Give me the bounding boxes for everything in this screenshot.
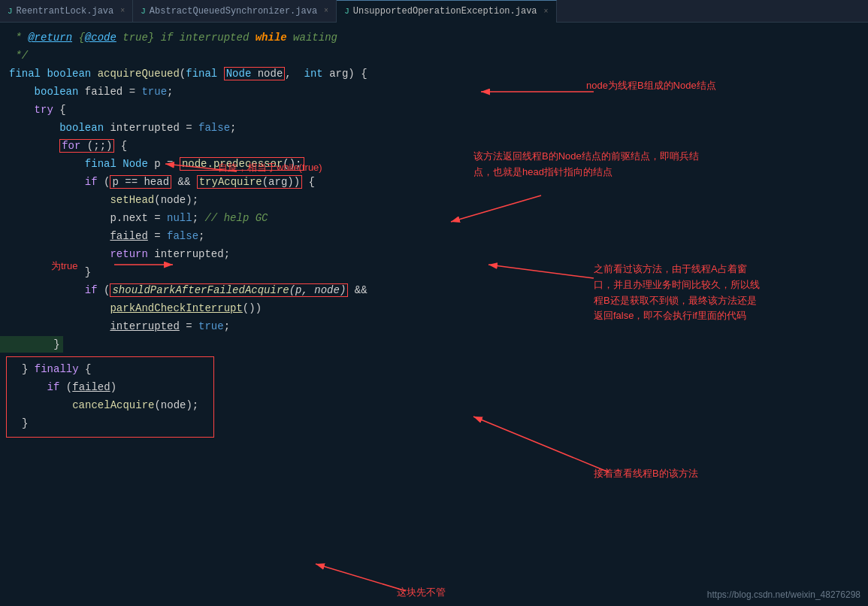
code-area: * @return {@code true} if interrupted wh… [0, 23, 868, 606]
tab-bar[interactable]: J ReentrantLock.java × J AbstractQueuedS… [0, 0, 868, 23]
code-line-20: if (failed) [13, 378, 207, 396]
code-line-2: */ [0, 47, 868, 65]
method-annotation: 该方法返回线程B的Node结点的前驱结点，即哨兵结 点，也就是head指针指向的… [473, 149, 699, 180]
code-line-18: } [0, 335, 868, 353]
finally-annotation: 这块先不管 [397, 585, 446, 600]
ide-window: J ReentrantLock.java × J AbstractQueuedS… [0, 0, 868, 606]
code-line-11: p.next = null; // help GC [0, 209, 868, 227]
prev-annotation: 之前看过该方法，由于线程A占着窗 口，并且办理业务时间比较久，所以线 程B还是获… [594, 262, 760, 324]
code-line-3: final boolean acquireQueued(final Node n… [0, 65, 868, 83]
code-line-10: setHead(node); [0, 191, 868, 209]
code-line-7: for (;;) { [0, 137, 868, 155]
svg-line-7 [316, 564, 406, 591]
node-annotation: node为线程B组成的Node结点 [586, 78, 716, 93]
code-line-22: } [13, 414, 207, 432]
code-line-13: return interrupted; [0, 245, 868, 263]
spin-annotation: 自旋，相当于while(true) [218, 160, 322, 175]
tab-aqs[interactable]: J AbstractQueuedSynchronizer.java × [133, 0, 337, 23]
tab-reentrantlock[interactable]: J ReentrantLock.java × [0, 0, 133, 23]
code-line-8: final Node p = node.predecessor(); [0, 155, 868, 173]
finally-block: } finally { if (failed) cancelAcquire(no… [6, 356, 214, 438]
code-line-6: boolean interrupted = false; [0, 119, 868, 137]
svg-line-6 [473, 417, 609, 472]
continue-annotation: 接着查看线程B的该方法 [594, 466, 698, 481]
true-annotation: 为true [51, 259, 77, 274]
code-line-4: boolean failed = true; [0, 83, 868, 101]
url-text: https://blog.csdn.net/weixin_48276298 [707, 589, 860, 600]
code-line-21: cancelAcquire(node); [13, 396, 207, 414]
code-line-5: try { [0, 101, 868, 119]
code-line-12: failed = false; [0, 227, 868, 245]
code-line-19: } finally { [13, 360, 207, 378]
code-line-9: if (p == head && tryAcquire(arg)) { [0, 173, 868, 191]
code-line-1: * @return {@code true} if interrupted wh… [0, 29, 868, 47]
tab-unsupported[interactable]: J UnsupportedOperationException.java × [337, 0, 556, 23]
